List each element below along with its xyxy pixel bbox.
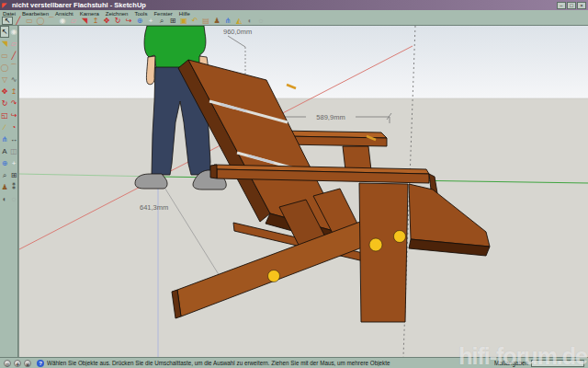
person-left-arm [146, 56, 155, 85]
restore-button[interactable]: □ [567, 2, 576, 9]
make-component-icon[interactable]: ◉ [9, 26, 18, 38]
screw-dot-2 [369, 238, 382, 251]
model-info-icon[interactable]: ▤ [200, 17, 211, 25]
move-tool-icon[interactable]: ✥ [101, 17, 112, 25]
measurements-input[interactable] [531, 360, 584, 367]
walk-tool-icon[interactable]: ⁑ [9, 181, 18, 193]
fog-icon[interactable]: ◌ [9, 193, 18, 205]
eraser-tool-icon[interactable]: ▱ [9, 38, 18, 50]
select-tool-icon[interactable]: ↖ [0, 26, 9, 38]
dimension-tool-icon[interactable]: ↔ [9, 133, 18, 145]
menu-bar: DateiBearbeitenAnsichtKameraZeichnenTool… [0, 10, 588, 17]
scale-tool-icon[interactable]: ◱ [0, 109, 9, 121]
window-controls: −□× [557, 2, 586, 9]
rotate-tool-icon[interactable]: ↻ [112, 17, 123, 25]
top-toolbar: ↖╱▭◯⌒◉▱◥↥✥↻↪⊕+⌕⊞▣↶▤♟⋔◭◐◌ [0, 17, 588, 26]
previous-view-icon[interactable]: ↶ [189, 17, 200, 25]
menu-bearbeiten[interactable]: Bearbeiten [22, 11, 49, 17]
paint-bucket-icon[interactable]: ◥ [0, 38, 9, 50]
sketchup-icon: ◤ [2, 2, 9, 9]
styles-icon[interactable]: ◐ [244, 17, 255, 25]
offset-tool-icon[interactable]: ↪ [9, 109, 18, 121]
look-around-icon[interactable]: ◐ [0, 193, 9, 205]
push-pull-icon[interactable]: ↥ [90, 17, 101, 25]
freehand-tool-icon[interactable]: ∿ [9, 74, 18, 86]
dimension-589-label: 589,9mm [316, 113, 345, 121]
orbit-tool-icon[interactable]: ⊕ [0, 157, 9, 169]
make-component-icon[interactable]: ◉ [57, 17, 68, 25]
geolocation-indicator[interactable]: ◍ [4, 360, 11, 367]
select-tool-icon[interactable]: ↖ [2, 17, 13, 25]
axes-tool-icon[interactable]: ⋔ [222, 17, 233, 25]
follow-me-icon[interactable]: ↷ [9, 98, 18, 109]
close-button[interactable]: × [577, 2, 586, 9]
offset-tool-icon[interactable]: ↪ [123, 17, 134, 25]
position-camera-icon[interactable]: ♟ [0, 181, 9, 193]
chair-near-armrest-left-end [210, 165, 217, 178]
zoom-tool-icon[interactable]: ⌕ [156, 17, 167, 25]
polygon-tool-icon[interactable]: ▽ [0, 74, 9, 86]
menu-datei[interactable]: Datei [3, 11, 16, 17]
move-tool-icon[interactable]: ✥ [0, 86, 9, 98]
pan-tool-icon[interactable]: + [9, 157, 18, 169]
zoom-tool-icon[interactable]: ⌕ [0, 169, 9, 181]
person-left-shoe [135, 174, 167, 189]
left-tool-palette: ↖◉◥▱▭╱◯⌒▽∿✥↥↻↷◱↪∕◔⋔↔A◫⊕+⌕⊞♟⁑◐◌ [0, 26, 18, 357]
section-plane-icon[interactable]: ◫ [9, 145, 18, 157]
arc-tool-icon[interactable]: ⌒ [9, 62, 18, 74]
line-tool-icon[interactable]: ╱ [13, 17, 24, 25]
materials-icon[interactable]: ◭ [233, 17, 244, 25]
line-tool-icon[interactable]: ╱ [9, 50, 18, 62]
shadow-icon[interactable]: ◌ [255, 17, 266, 25]
rectangle-tool-icon[interactable]: ▭ [0, 50, 9, 62]
menu-hilfe[interactable]: Hilfe [179, 11, 190, 17]
minimize-button[interactable]: − [557, 2, 566, 9]
claim-indicator[interactable]: ▣ [24, 360, 31, 367]
vcb-label: Maßangaben [494, 360, 528, 366]
menu-zeichnen[interactable]: Zeichnen [106, 11, 129, 17]
eraser-tool-icon[interactable]: ▱ [68, 17, 79, 25]
zoom-window-icon[interactable]: ⊞ [167, 17, 178, 25]
tape-measure-icon[interactable]: ∕ [0, 121, 9, 133]
chair-armrest-post [343, 146, 371, 170]
circle-tool-icon[interactable]: ◯ [35, 17, 46, 25]
zoom-extents-icon[interactable]: ▣ [178, 17, 189, 25]
rotate-tool-icon[interactable]: ↻ [0, 98, 9, 109]
orbit-tool-icon[interactable]: ⊕ [134, 17, 145, 25]
left-tool-grid: ↖◉◥▱▭╱◯⌒▽∿✥↥↻↷◱↪∕◔⋔↔A◫⊕+⌕⊞♟⁑◐◌ [0, 26, 17, 205]
menu-kamera[interactable]: Kamera [80, 11, 99, 17]
screw-dot-3 [394, 231, 406, 243]
push-pull-icon[interactable]: ↥ [9, 86, 18, 98]
paint-bucket-icon[interactable]: ◥ [79, 17, 90, 25]
help-icon: ? [37, 360, 44, 367]
status-indicators: ◍✚▣ [4, 360, 31, 367]
menu-fenster[interactable]: Fenster [153, 11, 172, 17]
rectangle-tool-icon[interactable]: ▭ [24, 17, 35, 25]
menu-ansicht[interactable]: Ansicht [55, 11, 74, 17]
dimension-960-label: 960,0mm [223, 28, 252, 36]
pan-tool-icon[interactable]: + [145, 17, 156, 25]
figure-icon[interactable]: ♟ [211, 17, 222, 25]
title-bar: ◤ nicht verstellbarer Flachstuhl - Sketc… [0, 0, 588, 10]
arc-tool-icon[interactable]: ⌒ [46, 17, 57, 25]
axes-tool-icon[interactable]: ⋔ [0, 133, 9, 145]
screw-dot-1 [268, 270, 280, 282]
status-bar: ◍✚▣ ? Wählen Sie Objekte aus. Drücken Si… [0, 357, 588, 368]
credit-indicator[interactable]: ✚ [14, 360, 21, 367]
dimension-641-label: 641,3mm [140, 203, 168, 212]
menu-tools[interactable]: Tools [134, 11, 147, 17]
protractor-icon[interactable]: ◔ [9, 121, 18, 133]
chair-front-leg [359, 183, 408, 322]
window-title: nicht verstellbarer Flachstuhl - SketchU… [12, 1, 557, 9]
text-tool-icon[interactable]: A [0, 145, 9, 157]
model-canvas[interactable]: 960,0mm 589,9mm 641,3mm [19, 26, 588, 357]
sky [19, 26, 588, 98]
zoom-window-icon[interactable]: ⊞ [9, 169, 18, 181]
circle-tool-icon[interactable]: ◯ [0, 62, 9, 74]
viewport-3d[interactable]: 960,0mm 589,9mm 641,3mm [18, 26, 588, 357]
status-help-text: Wählen Sie Objekte aus. Drücken Sie die … [47, 360, 487, 366]
